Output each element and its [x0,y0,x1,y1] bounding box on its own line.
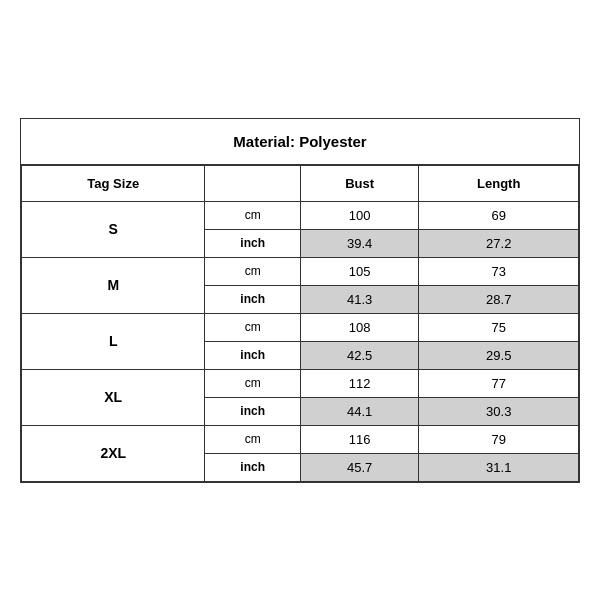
length-inch: 30.3 [419,397,579,425]
size-label: M [22,257,205,313]
col-tag-size: Tag Size [22,165,205,201]
size-label: L [22,313,205,369]
bust-cm: 105 [300,257,419,285]
bust-inch: 42.5 [300,341,419,369]
length-inch: 27.2 [419,229,579,257]
bust-cm: 108 [300,313,419,341]
unit-cm: cm [205,313,300,341]
length-inch: 29.5 [419,341,579,369]
size-label: 2XL [22,425,205,481]
unit-cm: cm [205,425,300,453]
length-inch: 31.1 [419,453,579,481]
table-row: 2XLcm11679 [22,425,579,453]
table-row: Mcm10573 [22,257,579,285]
unit-cm: cm [205,201,300,229]
length-cm: 77 [419,369,579,397]
table-row: XLcm11277 [22,369,579,397]
bust-inch: 45.7 [300,453,419,481]
col-bust: Bust [300,165,419,201]
size-label: S [22,201,205,257]
length-inch: 28.7 [419,285,579,313]
col-length: Length [419,165,579,201]
size-chart: Material: Polyester Tag Size Bust Length… [20,118,580,483]
bust-inch: 41.3 [300,285,419,313]
unit-cm: cm [205,369,300,397]
bust-inch: 39.4 [300,229,419,257]
chart-title: Material: Polyester [21,119,579,165]
size-label: XL [22,369,205,425]
bust-cm: 112 [300,369,419,397]
bust-cm: 100 [300,201,419,229]
unit-inch: inch [205,229,300,257]
length-cm: 73 [419,257,579,285]
unit-inch: inch [205,397,300,425]
col-unit-header [205,165,300,201]
unit-cm: cm [205,257,300,285]
unit-inch: inch [205,453,300,481]
length-cm: 69 [419,201,579,229]
table-row: Lcm10875 [22,313,579,341]
bust-cm: 116 [300,425,419,453]
bust-inch: 44.1 [300,397,419,425]
length-cm: 75 [419,313,579,341]
length-cm: 79 [419,425,579,453]
table-row: Scm10069 [22,201,579,229]
unit-inch: inch [205,341,300,369]
unit-inch: inch [205,285,300,313]
